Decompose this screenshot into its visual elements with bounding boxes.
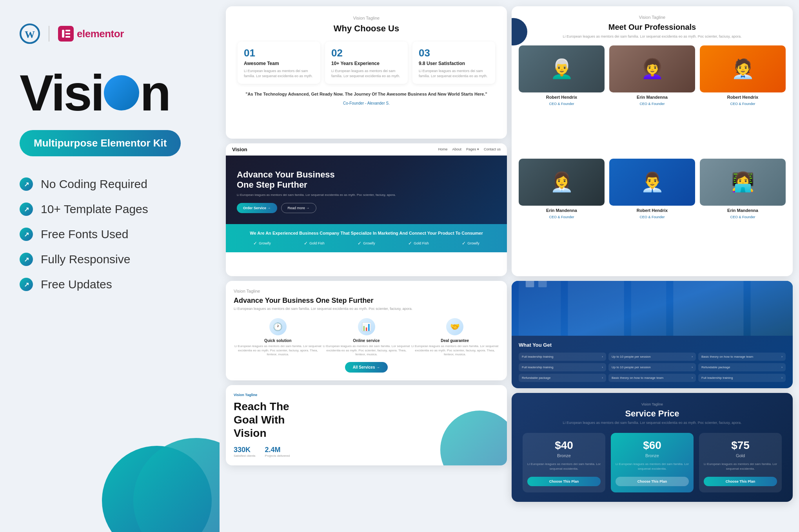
- why-choose-tag: Vision Tagline: [235, 16, 498, 20]
- quote-author: Co-Founder - Alexander S.: [235, 101, 498, 105]
- wyg-item-1: Up to 10 people per session ›: [608, 353, 696, 361]
- vision-pre: Visi: [20, 67, 103, 118]
- stat-desc-2: Li European leagues as mentors dei sam f…: [419, 69, 489, 78]
- stat-item-2: 03 9.8 User Satisfaction Li European lea…: [412, 42, 495, 84]
- prof-name-2: Robert Hendrix: [727, 95, 758, 100]
- pricing-plan-name-1: Bronze: [616, 453, 689, 458]
- reach-card: Vision Tagline Reach The Goal With Visio…: [226, 385, 507, 465]
- why-choose-card: Vision Tagline Why Choose Us 01 Awesome …: [226, 6, 507, 139]
- stat-item-0: 01 Awesome Team Li European leagues as m…: [238, 42, 320, 84]
- prof-role-1: CEO & Founder: [639, 102, 665, 106]
- prof-photo-0: 👨‍🦳: [519, 45, 605, 92]
- vision-title: Visi n: [20, 67, 200, 118]
- reach-stat-1: 2.4M Projects delivered: [265, 446, 290, 458]
- prof-role-3: CEO & Founder: [549, 215, 574, 219]
- service-label-2: Deal guarantee: [410, 338, 499, 343]
- service-desc-2: Li European leagues as mentors dei sam f…: [410, 344, 499, 356]
- pricing-title: Service Price: [523, 409, 782, 419]
- pricing-btn-0[interactable]: Choose This Plan: [527, 477, 601, 486]
- hero-logo-3: ✓ Gold Fish: [408, 241, 429, 246]
- pricing-features-2: Li European leagues as mentors dei sam f…: [704, 462, 777, 471]
- what-you-get-rows: Full leadership training › Up to 10 peop…: [519, 353, 786, 382]
- prof-name-3: Erin Mandenna: [546, 208, 577, 213]
- hero-logo-0: ✓ Growify: [253, 241, 271, 246]
- hero-buttons: Order Service → Read more →: [237, 203, 496, 213]
- blue-decor-circle: [512, 18, 527, 45]
- reach-tag: Vision Tagline: [234, 393, 499, 397]
- arrow-icon-3: [20, 253, 33, 266]
- services-tag: Vision Tagline: [234, 289, 499, 293]
- nav-link-3[interactable]: Contact us: [484, 147, 501, 151]
- feature-label-2: Free Fonts Used: [41, 228, 128, 241]
- left-panel: W elementor Visi n Multip: [0, 0, 220, 532]
- service-icon-2: 🤝: [446, 318, 463, 335]
- prof-photo-1: 👩‍🦱: [609, 45, 695, 92]
- stat-label-0: Awesome Team: [244, 61, 314, 66]
- prof-title: Meet Our Professionals: [519, 23, 786, 32]
- prof-name-4: Robert Hendrix: [637, 208, 668, 213]
- pricing-features-1: Li European leagues as mentors dei sam f…: [616, 462, 689, 471]
- pricing-cols: $40 Bronze Li European leagues as mentor…: [523, 433, 782, 492]
- hero-dark-title: Advance Your Business One Step Further: [237, 170, 347, 190]
- features-list: No Coding Required 10+ Template Pages Fr…: [20, 177, 200, 291]
- prof-item-2: 🧑‍💼 Robert Hendrix CEO & Founder: [700, 45, 786, 154]
- service-item-2: 🤝 Deal guarantee Li European leagues as …: [410, 318, 499, 356]
- pricing-plan-name-0: Bronze: [527, 453, 601, 458]
- prof-role-0: CEO & Founder: [549, 102, 574, 106]
- wyg-item-2: Basic theory on how to manage team ›: [698, 353, 786, 361]
- pricing-btn-1[interactable]: Choose This Plan: [616, 477, 689, 486]
- hero-logos-row: ✓ Growify ✓ Gold Fish ✓ Growify ✓ Gold F…: [237, 241, 496, 246]
- reach-stat-num-0: 330K: [234, 446, 256, 454]
- hero-logo-1: ✓ Gold Fish: [304, 241, 325, 246]
- prof-grid: 👨‍🦳 Robert Hendrix CEO & Founder 👩‍🦱 Eri…: [519, 45, 786, 268]
- svg-rect-4: [62, 30, 64, 38]
- stats-row: 01 Awesome Team Li European leagues as m…: [235, 42, 498, 84]
- service-item-0: 🕐 Quick solution Li European leagues as …: [234, 318, 322, 356]
- arrow-icon-2: [20, 228, 33, 241]
- service-icon-1: 📊: [358, 318, 375, 335]
- reach-stat-num-1: 2.4M: [265, 446, 290, 454]
- arrow-icon-4: [20, 278, 33, 291]
- svg-rect-6: [65, 33, 70, 34]
- feature-item-responsive: Fully Responsive: [20, 253, 200, 266]
- pricing-amount-2: $75: [704, 439, 777, 452]
- svg-rect-14: [526, 281, 534, 287]
- hero-teal-bar: We Are An Experienced Business Company T…: [226, 224, 507, 252]
- service-label-0: Quick solution: [234, 338, 322, 343]
- prof-subtitle: Li European leagues as mentors dei sam f…: [519, 34, 786, 39]
- prof-tag: Vision Tagline: [519, 15, 786, 20]
- nav-link-0[interactable]: Home: [438, 147, 447, 151]
- vision-post: n: [140, 67, 169, 118]
- pricing-btn-2[interactable]: Choose This Plan: [704, 477, 777, 486]
- pricing-col-1: $60 Bronze Li European leagues as mentor…: [611, 433, 694, 492]
- hero-secondary-btn[interactable]: Read more →: [281, 203, 316, 213]
- svg-rect-9: [519, 281, 561, 336]
- prof-photo-2: 🧑‍💼: [700, 45, 786, 92]
- right-content-area: Vision Tagline Why Choose Us 01 Awesome …: [220, 0, 799, 532]
- hero-dark-section: Advance Your Business One Step Further L…: [226, 156, 507, 224]
- pricing-plan-name-2: Gold: [704, 453, 777, 458]
- pricing-col-0: $40 Bronze Li European leagues as mentor…: [523, 433, 605, 492]
- logo-divider: [49, 26, 49, 42]
- hero-logo-2: ✓ Growify: [358, 241, 375, 246]
- wyg-item-3: Full leadership training ›: [519, 363, 606, 371]
- pricing-tag: Vision Tagline: [523, 402, 782, 406]
- prof-item-5: 👩‍💻 Erin Mandenna CEO & Founder: [700, 159, 786, 268]
- nav-link-2[interactable]: Pages ▾: [466, 147, 479, 151]
- svg-rect-12: [673, 281, 743, 336]
- what-you-get-content: What You Get Full leadership training › …: [512, 336, 793, 388]
- all-services-btn[interactable]: All Services →: [345, 362, 388, 373]
- what-you-get-title: What You Get: [519, 342, 786, 348]
- service-label-1: Online service: [322, 338, 411, 343]
- arrow-icon-1: [20, 203, 33, 216]
- logo-row: W elementor: [20, 24, 200, 44]
- why-choose-title: Why Choose Us: [235, 24, 498, 34]
- hero-teal-text: We Are An Experienced Business Company T…: [237, 230, 496, 236]
- nav-link-1[interactable]: About: [452, 147, 461, 151]
- svg-rect-15: [538, 281, 547, 287]
- feature-item-fonts: Free Fonts Used: [20, 228, 200, 241]
- hero-primary-btn[interactable]: Order Service →: [237, 203, 277, 213]
- prof-item-4: 👨‍💼 Robert Hendrix CEO & Founder: [609, 159, 695, 268]
- pricing-subtitle: Li European leagues as mentors dei sam f…: [523, 420, 782, 425]
- professionals-card: Vision Tagline Meet Our Professionals Li…: [512, 6, 793, 276]
